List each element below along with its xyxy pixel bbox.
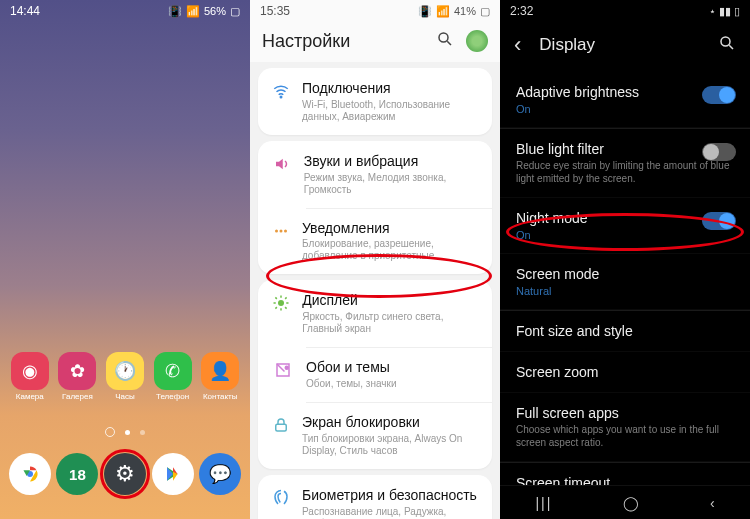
svg-point-5 [276, 230, 278, 232]
app-clock[interactable]: 🕐 Часы [103, 352, 147, 401]
display-row-font-size-and-style[interactable]: Font size and style [500, 311, 750, 352]
phone-display-settings: 2:32 ⋆ ▮▮ ▯ ‹ Display Adaptive brightnes… [500, 0, 750, 519]
toggle-switch[interactable] [702, 212, 736, 230]
svg-point-17 [285, 366, 288, 369]
chrome-icon [9, 453, 51, 495]
toggle-switch[interactable] [702, 143, 736, 161]
dock-chrome[interactable] [8, 453, 52, 495]
status-bar: 15:35 📳 📶 41% ▢ [250, 0, 500, 22]
toggle-switch[interactable] [702, 86, 736, 104]
phone-home-screen: 14:44 📳 📶 56% ▢ ◉ Камера ✿ Галерея 🕐 Час… [0, 0, 250, 519]
calendar-icon: 18 [56, 453, 98, 495]
app-gallery[interactable]: ✿ Галерея [55, 352, 99, 401]
app-camera[interactable]: ◉ Камера [8, 352, 52, 401]
toggle-knob-icon [719, 87, 735, 103]
nav-back-icon[interactable]: ‹ [710, 495, 715, 511]
dock-playstore[interactable] [151, 453, 195, 495]
settings-card: Подключения Wi-Fi, Bluetooth, Использова… [258, 68, 492, 135]
dock-settings[interactable]: ⚙ [103, 453, 147, 495]
svg-line-16 [285, 298, 287, 300]
svg-point-7 [285, 230, 287, 232]
gallery-icon: ✿ [58, 352, 96, 390]
status-right: 📳 📶 56% ▢ [168, 5, 240, 18]
settings-row-display[interactable]: Дисплей Яркость, Фильтр синего света, Гл… [258, 280, 492, 347]
row-title: Биометрия и безопасность [302, 487, 478, 504]
app-contacts[interactable]: 👤 Контакты [198, 352, 242, 401]
svg-rect-18 [276, 424, 287, 431]
lock-icon [272, 414, 290, 434]
status-time: 14:44 [10, 4, 40, 18]
settings-card: Биометрия и безопасность Распознавание л… [258, 475, 492, 519]
settings-row-wifi[interactable]: Подключения Wi-Fi, Bluetooth, Использова… [258, 68, 492, 135]
contacts-icon: 👤 [201, 352, 239, 390]
page-title: Настройки [262, 31, 350, 52]
row-title: Подключения [302, 80, 478, 97]
wall-icon [272, 359, 294, 379]
home-dot-icon [105, 427, 115, 437]
phone-icon: ✆ [154, 352, 192, 390]
settings-row-sound[interactable]: Звуки и вибрация Режим звука, Мелодия зв… [258, 141, 492, 208]
back-icon[interactable]: ‹ [514, 32, 521, 58]
clock-icon: 🕐 [106, 352, 144, 390]
row-sub: Обои, темы, значки [306, 378, 396, 390]
row-title: Экран блокировки [302, 414, 478, 431]
display-row-blue-light-filter[interactable]: Blue light filterReduce eye strain by li… [500, 129, 750, 198]
svg-line-15 [275, 308, 277, 310]
status-bar: 14:44 📳 📶 56% ▢ [0, 0, 250, 22]
row-sub: Choose which apps you want to use in the… [516, 424, 734, 449]
bio-icon [272, 487, 290, 507]
settings-row-notify[interactable]: Уведомления Блокирование, разрешение, до… [258, 208, 492, 275]
row-sub: Режим звука, Мелодия звонка, Громкость [304, 172, 478, 196]
settings-row-bio[interactable]: Биометрия и безопасность Распознавание л… [258, 475, 492, 519]
avatar[interactable] [466, 30, 488, 52]
search-icon[interactable] [436, 30, 454, 52]
svg-line-14 [285, 308, 287, 310]
row-title: Font size and style [516, 323, 734, 339]
battery-pct: 41% [454, 5, 476, 17]
row-sub: Распознавание лица, Радужка, Конфиденциа… [302, 506, 478, 519]
play-icon [152, 453, 194, 495]
nav-home-icon[interactable]: ◯ [623, 495, 639, 511]
search-icon[interactable] [718, 34, 736, 56]
battery-pct: 56% [204, 5, 226, 17]
battery-icon: ▢ [230, 5, 240, 18]
toggle-knob-icon [703, 144, 719, 160]
row-title: Screen zoom [516, 364, 734, 380]
row-title: Обои и темы [306, 359, 396, 376]
app-phone[interactable]: ✆ Телефон [151, 352, 195, 401]
row-value: On [516, 103, 734, 115]
dock: 18 ⚙ 💬 [0, 453, 250, 495]
app-row: ◉ Камера ✿ Галерея 🕐 Часы ✆ Телефон 👤 Ко… [0, 352, 250, 401]
dot-icon [125, 430, 130, 435]
svg-point-2 [439, 33, 448, 42]
svg-point-4 [280, 96, 282, 98]
settings-card: Звуки и вибрация Режим звука, Мелодия зв… [258, 141, 492, 275]
app-label: Контакты [203, 393, 238, 401]
svg-line-21 [729, 45, 733, 49]
row-title: Звуки и вибрация [304, 153, 478, 170]
settings-card: Дисплей Яркость, Фильтр синего света, Гл… [258, 280, 492, 468]
status-time: 2:32 [510, 4, 533, 18]
vibrate-icon: 📳 [418, 5, 432, 18]
display-icon [272, 292, 290, 312]
camera-icon: ◉ [11, 352, 49, 390]
battery-icon: ▢ [480, 5, 490, 18]
dock-messages[interactable]: 💬 [198, 453, 242, 495]
display-row-screen-zoom[interactable]: Screen zoom [500, 352, 750, 393]
phone-settings-list: 15:35 📳 📶 41% ▢ Настройки Подключения Wi… [250, 0, 500, 519]
display-row-full-screen-apps[interactable]: Full screen appsChoose which apps you wa… [500, 393, 750, 462]
row-title: Уведомления [302, 220, 478, 237]
display-row-screen-mode[interactable]: Screen modeNatural [500, 254, 750, 310]
app-label: Галерея [62, 393, 93, 401]
toggle-knob-icon [719, 213, 735, 229]
svg-point-20 [721, 37, 730, 46]
display-row-night-mode[interactable]: Night modeOn [500, 198, 750, 254]
nav-recent-icon[interactable]: ||| [535, 495, 552, 511]
settings-row-wall[interactable]: Обои и темы Обои, темы, значки [258, 347, 492, 402]
dock-calendar[interactable]: 18 [55, 453, 99, 495]
sound-icon [272, 153, 292, 173]
row-title: Screen mode [516, 266, 734, 282]
settings-row-lock[interactable]: Экран блокировки Тип блокировки экрана, … [258, 402, 492, 469]
display-row-adaptive-brightness[interactable]: Adaptive brightnessOn [500, 72, 750, 128]
row-sub: Блокирование, разрешение, добавление в п… [302, 238, 478, 262]
